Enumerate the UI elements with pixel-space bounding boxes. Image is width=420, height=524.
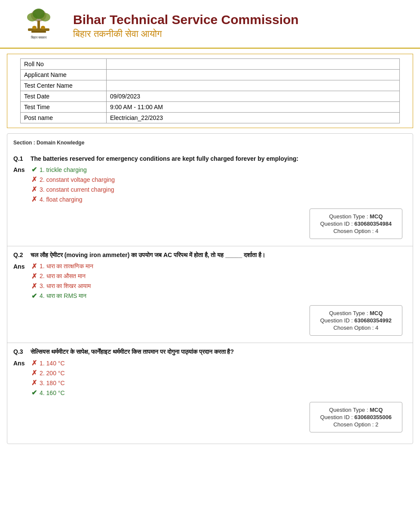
option-text: 4. 160 °C — [40, 389, 65, 396]
option-item: ✗3. constant current charging — [31, 185, 115, 193]
question-block: Q.1The batteries reserved for emergency … — [7, 150, 413, 246]
option-item: ✗3. 180 °C — [31, 379, 65, 387]
info-value — [107, 70, 400, 80]
svg-rect-6 — [31, 31, 46, 33]
answer-row: Ans✗1. 140 °C✗2. 200 °C✗3. 180 °C✔4. 160… — [13, 359, 407, 397]
option-text: 1. धारा का तात्क्षणिक मान — [40, 263, 93, 270]
meta-chosen: Chosen Option : 4 — [320, 325, 392, 331]
option-text: 3. धारा का शिखर आयाम — [40, 282, 91, 290]
wrong-icon: ✗ — [31, 262, 37, 270]
info-label: Post name — [21, 113, 107, 123]
option-text: 2. constant voltage charging — [40, 176, 115, 183]
info-row: Test Date09/09/2023 — [21, 91, 400, 102]
answer-row: Ans✔1. trickle charging✗2. constant volt… — [13, 165, 407, 203]
org-title-hindi: बिहार तकनीकी सेवा आयोग — [73, 28, 299, 40]
option-item: ✗2. constant voltage charging — [31, 175, 115, 184]
option-text: 2. धारा का औसत मान — [40, 273, 86, 280]
svg-point-7 — [32, 26, 37, 29]
option-text: 4. धारा का RMS मान — [40, 292, 86, 300]
svg-point-3 — [33, 9, 45, 19]
option-text: 1. trickle charging — [40, 166, 87, 173]
question-number: Q.1 — [13, 155, 31, 162]
question-header: Q.3सेल्सियस थर्ममीटर के सापेक्ष, फार्नें… — [13, 348, 407, 355]
info-label: Test Date — [21, 91, 107, 102]
option-text: 1. 140 °C — [40, 360, 65, 367]
section-name: Domain Knowledge — [37, 140, 84, 146]
meta-id: Question ID : 630680354992 — [320, 317, 392, 324]
logo-icon: बिहार सरकार — [19, 8, 58, 42]
option-item: ✗1. 140 °C — [31, 359, 65, 367]
info-value: 9:00 AM - 11:00 AM — [107, 102, 400, 113]
info-row: Applicant Name — [21, 70, 400, 80]
question-header: Q.1The batteries reserved for emergency … — [13, 155, 407, 162]
meta-box: Question Type : MCQQuestion ID : 6306803… — [310, 402, 402, 432]
meta-box: Question Type : MCQQuestion ID : 6306803… — [310, 208, 402, 239]
answer-label: Ans — [13, 165, 31, 173]
options-list: ✔1. trickle charging✗2. constant voltage… — [31, 165, 115, 203]
header-text: Bihar Technical Service Commission बिहार… — [64, 12, 299, 40]
meta-type: Question Type : MCQ — [320, 407, 392, 413]
wrong-icon: ✗ — [31, 272, 37, 280]
svg-rect-5 — [28, 28, 49, 31]
info-label: Test Time — [21, 102, 107, 113]
wrong-icon: ✗ — [31, 369, 37, 377]
wrong-icon: ✗ — [31, 195, 37, 203]
answer-label: Ans — [13, 262, 31, 270]
meta-type: Question Type : MCQ — [320, 310, 392, 316]
option-text: 2. 200 °C — [40, 370, 65, 377]
logo-area: बिहार सरकार — [13, 8, 64, 43]
info-section: Roll NoApplicant NameTest Center NameTes… — [7, 54, 413, 128]
svg-rect-4 — [37, 21, 40, 28]
answer-row: Ans✗1. धारा का तात्क्षणिक मान✗2. धारा का… — [13, 262, 407, 300]
info-label: Applicant Name — [21, 70, 107, 80]
org-title-english: Bihar Technical Service Commission — [73, 12, 299, 28]
page-header: बिहार सरकार Bihar Technical Service Comm… — [0, 0, 420, 49]
info-table: Roll NoApplicant NameTest Center NameTes… — [20, 58, 400, 123]
question-header: Q.2चल लौह ऐमीटर (moving iron ammeter) का… — [13, 251, 407, 259]
svg-text:बिहार सरकार: बिहार सरकार — [31, 36, 47, 40]
info-row: Post nameElectrician_22/2023 — [21, 113, 400, 123]
info-label: Roll No — [21, 59, 107, 70]
correct-icon: ✔ — [31, 165, 37, 174]
options-list: ✗1. 140 °C✗2. 200 °C✗3. 180 °C✔4. 160 °C — [31, 359, 65, 397]
option-item: ✗1. धारा का तात्क्षणिक मान — [31, 262, 93, 270]
question-number: Q.2 — [13, 251, 31, 258]
info-label: Test Center Name — [21, 80, 107, 91]
question-number: Q.3 — [13, 348, 31, 355]
info-value — [107, 59, 400, 70]
info-value: Electrician_22/2023 — [107, 113, 400, 123]
meta-type: Question Type : MCQ — [320, 213, 392, 220]
question-text: The batteries reserved for emergency con… — [31, 155, 298, 162]
wrong-icon: ✗ — [31, 185, 37, 193]
option-item: ✗3. धारा का शिखर आयाम — [31, 282, 93, 290]
option-item: ✔1. trickle charging — [31, 165, 115, 174]
question-block: Q.2चल लौह ऐमीटर (moving iron ammeter) का… — [7, 246, 413, 343]
option-item: ✗4. float charging — [31, 195, 115, 203]
info-row: Test Time9:00 AM - 11:00 AM — [21, 102, 400, 113]
option-item: ✗2. धारा का औसत मान — [31, 272, 93, 280]
info-value: 09/09/2023 — [107, 91, 400, 102]
info-row: Roll No — [21, 59, 400, 70]
options-list: ✗1. धारा का तात्क्षणिक मान✗2. धारा का औस… — [31, 262, 93, 300]
wrong-icon: ✗ — [31, 359, 37, 367]
section-label: Section : Domain Knowledge — [7, 138, 413, 150]
meta-id: Question ID : 630680354984 — [320, 221, 392, 227]
meta-id: Question ID : 630680355006 — [320, 414, 392, 420]
option-item: ✗2. 200 °C — [31, 369, 65, 377]
answer-label: Ans — [13, 359, 31, 367]
correct-icon: ✔ — [31, 292, 37, 300]
option-text: 4. float charging — [40, 196, 83, 203]
meta-chosen: Chosen Option : 4 — [320, 228, 392, 234]
option-text: 3. constant current charging — [40, 186, 114, 193]
info-value — [107, 80, 400, 91]
question-text: सेल्सियस थर्ममीटर के सापेक्ष, फार्नेंहाइ… — [31, 348, 234, 355]
svg-point-8 — [41, 26, 45, 29]
qa-section: Section : Domain Knowledge Q.1The batter… — [7, 133, 413, 444]
wrong-icon: ✗ — [31, 175, 37, 184]
wrong-icon: ✗ — [31, 282, 37, 290]
meta-box: Question Type : MCQQuestion ID : 6306803… — [310, 305, 402, 336]
option-item: ✔4. धारा का RMS मान — [31, 292, 93, 300]
option-text: 3. 180 °C — [40, 380, 65, 386]
wrong-icon: ✗ — [31, 379, 37, 387]
section-prefix: Section : — [13, 140, 37, 146]
